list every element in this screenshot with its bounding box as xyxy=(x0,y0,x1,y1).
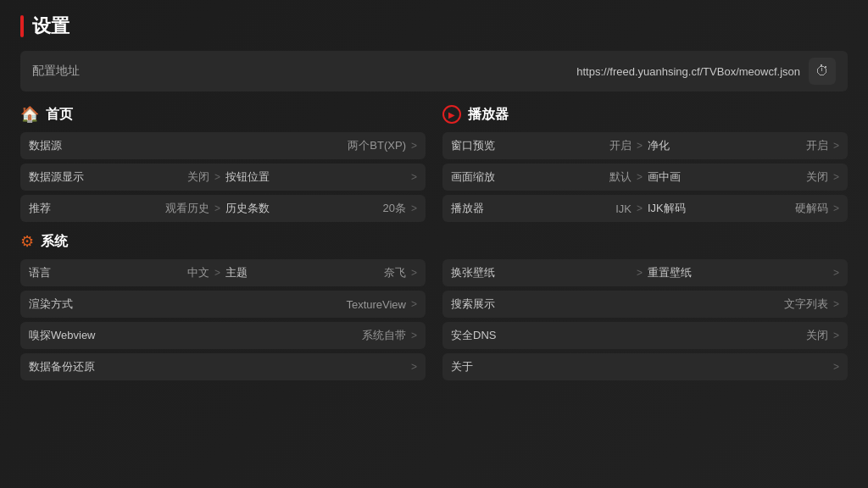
language-value: 中文 xyxy=(187,265,209,280)
pip-arrow: > xyxy=(833,171,839,183)
search-display-value: 文字列表 xyxy=(784,297,828,312)
datasource-row[interactable]: 数据源 两个BT(XP) > xyxy=(20,132,426,159)
backup-label: 数据备份还原 xyxy=(29,359,95,374)
change-wallpaper-cell: 换张壁纸 > xyxy=(451,265,643,280)
wallpaper-row[interactable]: 换张壁纸 > 重置壁纸 > xyxy=(442,259,848,286)
safe-dns-label: 安全DNS xyxy=(451,328,496,343)
safe-dns-row[interactable]: 安全DNS 关闭 > xyxy=(442,322,848,349)
left-section: 🏠 首页 数据源 两个BT(XP) > xyxy=(20,102,426,380)
reset-wallpaper-value-group: > xyxy=(828,267,839,279)
theme-value: 奈飞 xyxy=(384,265,406,280)
about-row[interactable]: 关于 > xyxy=(442,353,848,380)
purify-value: 开启 xyxy=(806,138,828,153)
player-select-value: IJK xyxy=(615,202,632,215)
system-section-header: ⚙ 系统 xyxy=(20,229,426,254)
webview-value-group: 系统自带 > xyxy=(362,328,417,343)
right-section: ▶ 播放器 窗口预览 开启 > 净化 开启 xyxy=(442,102,848,380)
webview-row[interactable]: 嗅探Webview 系统自带 > xyxy=(20,322,426,349)
player-icon: ▶ xyxy=(442,105,461,124)
reset-wallpaper-cell: 重置壁纸 > xyxy=(648,265,839,280)
player-rows: 窗口预览 开启 > 净化 开启 > xyxy=(442,132,848,222)
preview-label: 窗口预览 xyxy=(451,138,495,153)
theme-cell: 主题 奈飞 > xyxy=(225,265,417,280)
player-select-label: 播放器 xyxy=(451,201,484,216)
ijk-decode-arrow: > xyxy=(833,202,839,214)
player-select-cell: 播放器 IJK > xyxy=(451,201,643,216)
webview-value: 系统自带 xyxy=(362,328,406,343)
player-section-title: 播放器 xyxy=(468,106,509,124)
system-section-title: 系统 xyxy=(41,233,68,251)
safe-dns-cell: 安全DNS 关闭 > xyxy=(451,328,839,343)
render-value: TextureView xyxy=(346,298,406,311)
about-arrow: > xyxy=(833,361,839,373)
theme-value-group: 奈飞 > xyxy=(384,265,417,280)
language-theme-row[interactable]: 语言 中文 > 主题 奈飞 > xyxy=(20,259,426,286)
safe-dns-value: 关闭 xyxy=(806,328,828,343)
button-position-arrow: > xyxy=(411,171,417,183)
ijk-decode-label: IJK解码 xyxy=(648,201,686,216)
system-rows: 语言 中文 > 主题 奈飞 > xyxy=(20,259,426,380)
player-select-arrow: > xyxy=(637,202,643,214)
pip-cell: 画中画 关闭 > xyxy=(648,169,839,185)
button-position-value-group: > xyxy=(406,171,417,183)
settings-page: 设置 配置地址 https://freed.yuanhsing.cf/TVBox… xyxy=(0,0,868,488)
safe-dns-value-group: 关闭 > xyxy=(806,328,839,343)
datasource-display-cell: 数据源显示 关闭 > xyxy=(29,169,220,185)
reset-wallpaper-label: 重置壁纸 xyxy=(648,265,692,280)
player-ijk-row[interactable]: 播放器 IJK > IJK解码 硬解码 > xyxy=(442,195,848,222)
about-value-group: > xyxy=(828,361,839,373)
preview-cell: 窗口预览 开启 > xyxy=(451,138,643,153)
backup-cell: 数据备份还原 > xyxy=(29,359,417,374)
datasource-display-row[interactable]: 数据源显示 关闭 > 按钮位置 > xyxy=(20,164,426,191)
scale-pip-row[interactable]: 画面缩放 默认 > 画中画 关闭 > xyxy=(442,164,848,191)
language-value-group: 中文 > xyxy=(187,265,220,280)
reset-wallpaper-arrow: > xyxy=(833,267,839,279)
webview-label: 嗅探Webview xyxy=(29,328,96,343)
change-wallpaper-value-group: > xyxy=(632,267,643,279)
language-arrow: > xyxy=(214,267,220,279)
safe-dns-arrow: > xyxy=(833,330,839,341)
config-url-value: https://freed.yuanhsing.cf/TVBox/meowcf.… xyxy=(100,65,800,78)
right-system-rows: 换张壁纸 > 重置壁纸 > xyxy=(442,259,848,380)
scale-cell: 画面缩放 默认 > xyxy=(451,169,643,185)
theme-label: 主题 xyxy=(225,265,248,280)
page-title: 设置 xyxy=(32,14,70,39)
button-position-cell: 按钮位置 > xyxy=(225,169,417,185)
change-wallpaper-label: 换张壁纸 xyxy=(451,265,495,280)
home-rows: 数据源 两个BT(XP) > 数据源显示 关闭 > xyxy=(20,132,426,222)
preview-value: 开启 xyxy=(609,138,632,153)
history-count-arrow: > xyxy=(411,202,417,214)
webview-arrow: > xyxy=(411,330,417,341)
system-icon: ⚙ xyxy=(20,232,34,251)
about-cell: 关于 > xyxy=(451,359,839,374)
datasource-label: 数据源 xyxy=(29,138,62,153)
language-cell: 语言 中文 > xyxy=(29,265,220,280)
datasource-arrow: > xyxy=(411,140,417,152)
config-refresh-icon[interactable]: ⏱ xyxy=(809,58,836,85)
theme-arrow: > xyxy=(411,267,417,279)
search-display-value-group: 文字列表 > xyxy=(784,297,839,312)
scale-arrow: > xyxy=(637,171,643,183)
recommend-row[interactable]: 推荐 观看历史 > 历史条数 20条 > xyxy=(20,195,426,222)
title-accent-bar xyxy=(20,15,24,37)
config-label: 配置地址 xyxy=(32,64,92,79)
history-count-value: 20条 xyxy=(383,201,406,216)
datasource-display-value-group: 关闭 > xyxy=(187,169,220,185)
button-position-label: 按钮位置 xyxy=(225,169,270,185)
datasource-display-label: 数据源显示 xyxy=(29,169,84,185)
change-wallpaper-arrow: > xyxy=(637,267,643,279)
search-display-row[interactable]: 搜索展示 文字列表 > xyxy=(442,291,848,318)
preview-purify-row[interactable]: 窗口预览 开启 > 净化 开启 > xyxy=(442,132,848,159)
render-cell: 渲染方式 TextureView > xyxy=(29,297,417,312)
backup-row[interactable]: 数据备份还原 > xyxy=(20,353,426,380)
history-count-value-group: 20条 > xyxy=(383,201,417,216)
recommend-value-group: 观看历史 > xyxy=(165,201,220,216)
main-grid: 🏠 首页 数据源 两个BT(XP) > xyxy=(20,102,848,380)
purify-arrow: > xyxy=(833,140,839,152)
backup-arrow: > xyxy=(411,361,417,373)
render-row[interactable]: 渲染方式 TextureView > xyxy=(20,291,426,318)
render-arrow: > xyxy=(411,298,417,310)
config-url-row[interactable]: 配置地址 https://freed.yuanhsing.cf/TVBox/me… xyxy=(20,51,848,92)
datasource-display-arrow: > xyxy=(214,171,220,183)
datasource-display-value: 关闭 xyxy=(187,169,209,185)
